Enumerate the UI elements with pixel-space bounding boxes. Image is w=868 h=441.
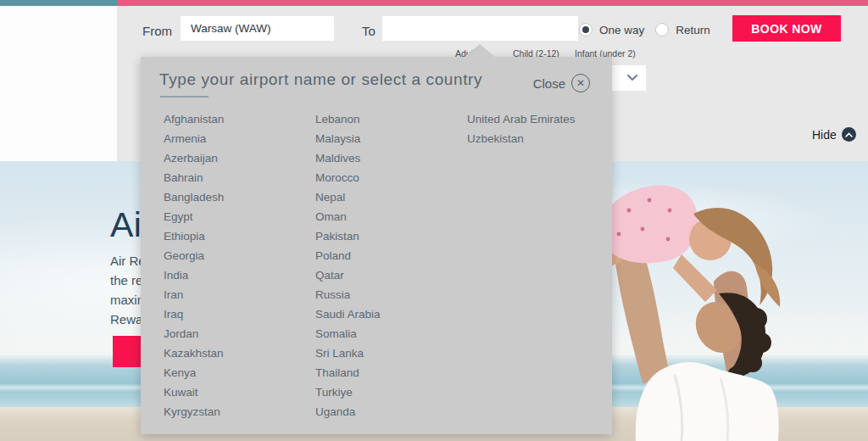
- book-now-button[interactable]: BOOK NOW: [732, 15, 841, 42]
- country-column-2: LebanonMalaysiaMaldivesMoroccoNepalOmanP…: [315, 109, 381, 421]
- country-item[interactable]: Egypt: [164, 207, 224, 226]
- country-item[interactable]: Kenya: [164, 363, 224, 382]
- country-item[interactable]: Lebanon: [315, 109, 381, 129]
- trip-type-group: One way Return: [579, 23, 710, 36]
- to-input[interactable]: [382, 16, 578, 41]
- country-item[interactable]: Georgia: [164, 246, 224, 265]
- top-strip-teal: [0, 0, 117, 6]
- close-label: Close: [533, 76, 565, 91]
- radio-selected-icon: [579, 23, 593, 36]
- country-item[interactable]: Afghanistan: [164, 109, 224, 129]
- country-item[interactable]: Malaysia: [315, 129, 381, 148]
- country-item[interactable]: Kyrgyzstan: [164, 402, 224, 421]
- airport-select-overlay: Type your airport name or select a count…: [141, 57, 612, 434]
- close-button[interactable]: Close ✕: [533, 74, 590, 92]
- country-item[interactable]: United Arab Emirates: [467, 109, 576, 129]
- return-label: Return: [676, 24, 710, 36]
- one-way-radio[interactable]: One way: [579, 23, 644, 36]
- radio-unselected-icon: [655, 23, 669, 36]
- country-item[interactable]: Somalia: [315, 324, 381, 343]
- country-item[interactable]: Qatar: [315, 265, 381, 285]
- country-item[interactable]: Ethiopia: [164, 226, 224, 246]
- country-item[interactable]: Bangladesh: [164, 187, 224, 207]
- country-item[interactable]: Jordan: [164, 324, 224, 343]
- from-label: From: [142, 24, 172, 38]
- country-item[interactable]: Azerbaijan: [164, 148, 224, 168]
- country-item[interactable]: Saudi Arabia: [315, 304, 381, 324]
- from-input[interactable]: [181, 16, 334, 41]
- overlay-caret: [465, 44, 495, 57]
- country-column-3: United Arab EmiratesUzbekistan: [467, 109, 576, 148]
- to-label: To: [362, 24, 376, 38]
- country-item[interactable]: Kuwait: [164, 382, 224, 402]
- country-item[interactable]: Maldives: [315, 148, 381, 168]
- country-item[interactable]: Bahrain: [164, 168, 224, 187]
- country-item[interactable]: Iran: [164, 285, 224, 304]
- close-circle-icon: ✕: [571, 74, 590, 92]
- country-item[interactable]: Russia: [315, 285, 381, 304]
- hide-button[interactable]: Hide: [812, 127, 856, 142]
- country-item[interactable]: Uzbekistan: [467, 129, 576, 148]
- chevron-down-icon: [627, 75, 637, 81]
- overlay-title: Type your airport name or select a count…: [159, 70, 482, 89]
- country-item[interactable]: Armenia: [164, 129, 224, 148]
- one-way-label: One way: [599, 24, 644, 36]
- country-item[interactable]: Morocco: [315, 168, 381, 187]
- country-item[interactable]: India: [164, 265, 224, 285]
- top-strip-pink: [117, 0, 868, 6]
- overlay-title-underline: [160, 96, 209, 98]
- chevron-up-circle-icon: [842, 127, 856, 142]
- country-item[interactable]: Thailand: [315, 363, 381, 382]
- family-photo-illustration: [593, 161, 868, 441]
- country-item[interactable]: Turkiye: [315, 382, 381, 402]
- country-item[interactable]: Pakistan: [315, 226, 381, 246]
- hide-label: Hide: [812, 128, 837, 142]
- return-radio[interactable]: Return: [655, 23, 710, 36]
- country-column-1: AfghanistanArmeniaAzerbaijanBahrainBangl…: [164, 109, 224, 421]
- country-item[interactable]: Kazakhstan: [164, 343, 224, 363]
- country-item[interactable]: Sri Lanka: [315, 343, 381, 363]
- air-arabia-booking-page: Air Air Re the re maxim Rewar JOI From T…: [0, 0, 868, 441]
- country-item[interactable]: Nepal: [315, 187, 381, 207]
- country-item[interactable]: Uganda: [315, 402, 381, 421]
- country-item[interactable]: Oman: [315, 207, 381, 226]
- country-item[interactable]: Poland: [315, 246, 381, 265]
- country-item[interactable]: Iraq: [164, 304, 224, 324]
